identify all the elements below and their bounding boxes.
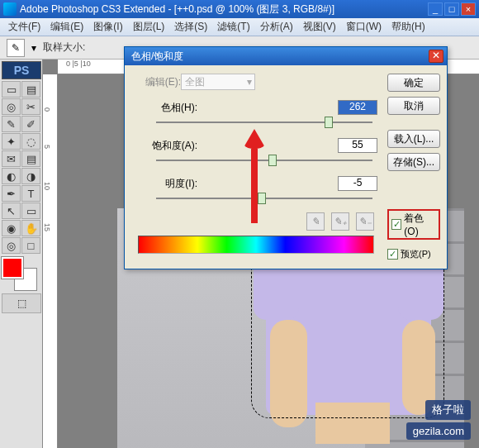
menu-view[interactable]: 视图(V) [298,18,341,36]
hue-label: 色相(H): [131,101,206,115]
watermark-url: gezila.com [406,422,471,440]
tool-type[interactable]: T [21,185,40,202]
colorize-highlight: ✓ 着色(O) [387,209,440,240]
watermark-text: 格子啦 [425,400,471,420]
dialog-close-button[interactable]: ✕ [429,50,443,63]
tool-stamp[interactable]: ✉ [2,150,21,167]
ok-button[interactable]: 确定 [387,74,440,92]
tool-path[interactable]: ↖ [2,203,21,219]
minimize-button[interactable]: _ [428,2,443,16]
sat-label: 饱和度(A): [131,139,206,153]
ruler-vertical: 0 5 10 15 [43,74,58,448]
close-button[interactable]: × [461,2,476,16]
menu-help[interactable]: 帮助(H) [387,18,430,36]
colorize-checkbox[interactable]: ✓ [391,219,401,230]
edit-select[interactable]: 全图 [181,74,255,90]
preview-label: 预览(P) [401,248,431,260]
menu-layer[interactable]: 图层(L) [128,18,170,36]
eyedropper-sub-icon[interactable]: ✎₋ [356,212,374,231]
eyedropper-icon[interactable]: ✎ [306,212,325,231]
sat-input[interactable]: 55 [338,138,377,153]
preview-checkbox[interactable]: ✓ [387,249,398,260]
hue-input[interactable]: 262 [338,100,377,115]
tool-brush[interactable]: ◌ [21,133,40,150]
ps-logo: PS [2,61,41,79]
doc-title: [++0.psd @ 100% (图层 3, RGB/8#)] [174,3,334,15]
tool-hand[interactable]: ✋ [21,220,40,236]
tool-lasso[interactable]: ◎ [2,98,21,115]
foreground-color[interactable] [2,257,23,279]
spectrum-bar [138,236,374,254]
tool-pen[interactable]: ✒ [2,185,21,202]
hue-slider[interactable] [156,118,372,128]
menu-image[interactable]: 图像(I) [88,18,127,36]
sat-slider[interactable] [156,156,372,166]
save-button[interactable]: 存储(S)... [387,153,440,171]
eyedropper-tool-icon[interactable]: ✎ [7,39,25,57]
tool-eraser[interactable]: ◐ [2,168,21,184]
tool-crop[interactable]: ✎ [2,116,21,132]
tool-notes[interactable]: ◉ [2,220,21,236]
color-swatches [2,257,41,290]
sample-size-label: 取样大小: [43,41,85,55]
menu-select[interactable]: 选择(S) [169,18,212,36]
colorize-label: 着色(O) [404,212,436,237]
load-button[interactable]: 载入(L)... [387,130,440,148]
ps-app-icon [3,2,17,16]
menu-filter[interactable]: 滤镜(T) [212,18,254,36]
edit-label: 编辑(E): [131,75,181,89]
menu-file[interactable]: 文件(F) [3,18,45,36]
app-titlebar: Adobe Photoshop CS3 Extended - [++0.psd … [0,0,479,18]
light-label: 明度(I): [131,177,206,191]
tool-heal[interactable]: ✦ [2,133,21,150]
menu-edit[interactable]: 编辑(E) [45,18,88,36]
menubar: 文件(F) 编辑(E) 图像(I) 图层(L) 选择(S) 滤镜(T) 分析(A… [0,18,479,36]
toolbox: PS ▭ ▤ ◎ ✂ ✎ ✐ ✦ ◌ ✉ ▤ ◐ ◑ ✒ T ↖ ▭ ◉ ✋ ◎… [0,60,43,448]
maximize-button[interactable]: □ [444,2,459,16]
tool-shape[interactable]: ▭ [21,203,40,219]
hue-saturation-dialog: 色相/饱和度 ✕ 编辑(E): 全图 色相(H): 262 饱和度(A): 55 [124,46,448,269]
light-slider[interactable] [156,194,372,204]
tool-move[interactable]: ▤ [21,81,40,98]
tool-wand[interactable]: ✂ [21,98,40,115]
app-name: Adobe Photoshop CS3 Extended [20,3,165,15]
dialog-titlebar[interactable]: 色相/饱和度 ✕ [125,47,447,65]
eyedropper-add-icon[interactable]: ✎₊ [331,212,349,231]
tool-slice[interactable]: ✐ [21,116,40,132]
tool-zoom[interactable]: □ [21,237,40,254]
dialog-title-text: 色相/饱和度 [128,50,429,64]
tool-marquee[interactable]: ▭ [2,81,21,98]
tool-gradient[interactable]: ◑ [21,168,40,184]
quickmask-button[interactable]: ⬚ [2,293,41,313]
tool-eyedrop[interactable]: ◎ [2,237,21,254]
light-input[interactable]: -5 [338,176,377,191]
tool-history[interactable]: ▤ [21,150,40,167]
menu-analysis[interactable]: 分析(A) [255,18,298,36]
cancel-button[interactable]: 取消 [387,97,440,115]
app-title: Adobe Photoshop CS3 Extended - [++0.psd … [20,2,426,17]
menu-window[interactable]: 窗口(W) [341,18,387,36]
